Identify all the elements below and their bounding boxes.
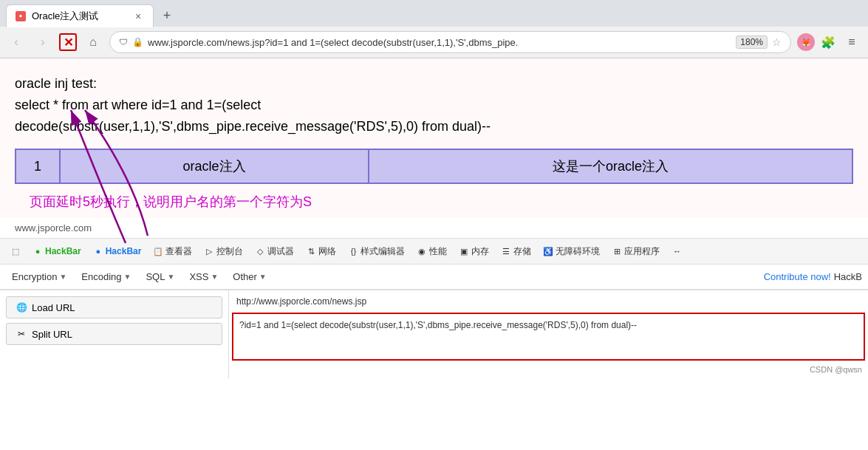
address-bar[interactable]: 🛡 🔒 www.jsporcle.com/news.jsp?id=1 and 1… <box>109 31 791 53</box>
split-url-label: Split URL <box>32 329 72 340</box>
devtools-item-network[interactable]: ⇅ 网络 <box>301 243 341 260</box>
menu-button[interactable]: ≡ <box>841 32 862 52</box>
devtools-item-memory[interactable]: ▣ 内存 <box>454 243 493 260</box>
encryption-menu[interactable]: Encryption ▼ <box>6 269 72 284</box>
shield-icon: 🛡 <box>119 37 128 47</box>
page-text-line1: oracle inj test: <box>15 76 97 91</box>
devtools-network-label: 网络 <box>318 245 336 258</box>
devtools-hackbar-green-label: HackBar <box>45 246 81 256</box>
hackbar-panel: 🌐 Load URL ✂ Split URL http://www.jsporc… <box>0 290 868 378</box>
profile-avatar[interactable]: 🦊 <box>797 33 815 51</box>
split-url-icon: ✂ <box>16 328 27 340</box>
other-menu[interactable]: Other ▼ <box>227 269 272 284</box>
devtools-inspector-label: 查看器 <box>165 245 192 258</box>
data-table: 1 oracle注入 这是一个oracle注入 <box>15 149 853 184</box>
devtools-item-debugger[interactable]: ◇ 调试器 <box>250 243 298 260</box>
page-text: oracle inj test: select * from art where… <box>15 73 853 137</box>
hackbar-left-panel: 🌐 Load URL ✂ Split URL <box>0 290 229 378</box>
hackbar-right-panel: http://www.jsporcle.com/news.jsp ?id=1 a… <box>229 290 868 378</box>
console-icon: ▷ <box>204 246 214 256</box>
devtools-bar: ⬚ ● HackBar ● HackBar 📋 查看器 ▷ 控制台 ◇ 调试器 … <box>0 238 868 265</box>
xss-label: XSS <box>189 271 208 282</box>
encryption-label: Encryption <box>12 271 57 282</box>
back-button[interactable]: ‹ <box>6 32 27 52</box>
tab-bar: ● Oracle注入测试 × + <box>0 0 868 27</box>
accessibility-icon: ♿ <box>543 246 553 256</box>
network-icon: ⇅ <box>306 246 316 256</box>
devtools-console-label: 控制台 <box>216 245 243 258</box>
home-button[interactable]: ⌂ <box>83 32 103 52</box>
more-icon: ↔ <box>671 246 682 256</box>
extensions-button[interactable]: 🧩 <box>818 32 838 52</box>
devtools-item-style-editor[interactable]: {} 样式编辑器 <box>344 243 409 260</box>
devtools-item-hackbar-blue[interactable]: ● HackBar <box>89 244 146 259</box>
lock-icon: 🔒 <box>132 37 143 47</box>
load-url-label: Load URL <box>32 302 75 313</box>
hackbar-toolbar: Encryption ▼ Encoding ▼ SQL ▼ XSS ▼ Othe… <box>0 265 868 290</box>
devtools-memory-label: 内存 <box>471 245 489 258</box>
load-url-button[interactable]: 🌐 Load URL <box>6 296 222 318</box>
site-label: www.jsporcle.com <box>0 218 868 238</box>
zoom-badge[interactable]: 180% <box>736 35 768 49</box>
page-content-wrapper: oracle inj test: select * from art where… <box>0 58 868 378</box>
table-cell-name: oracle注入 <box>60 149 369 183</box>
contribute-link[interactable]: Contribute now! <box>764 271 831 282</box>
xss-dropdown-arrow: ▼ <box>211 273 218 281</box>
inspector-icon: 📋 <box>153 246 163 256</box>
cursor-icon: ⬚ <box>10 246 21 256</box>
page-text-line3: decode(substr(user,1,1),'S',dbms_pipe.re… <box>15 119 491 134</box>
tab-close-button[interactable]: × <box>132 10 144 22</box>
tab-title: Oracle注入测试 <box>32 10 126 23</box>
other-dropdown-arrow: ▼ <box>259 273 267 281</box>
annotation-text: 页面延时5秒执行，说明用户名的第一个字符为S <box>30 193 853 211</box>
devtools-item-console[interactable]: ▷ 控制台 <box>199 243 247 260</box>
forward-button[interactable]: › <box>33 32 53 52</box>
green-dot-icon: ● <box>33 246 43 256</box>
nav-bar: ‹ › ✕ ⌂ 🛡 🔒 www.jsporcle.com/news.jsp?id… <box>0 27 868 58</box>
storage-icon: ☰ <box>501 246 511 256</box>
bookmark-icon[interactable]: ☆ <box>772 36 782 48</box>
stop-reload-button[interactable]: ✕ <box>59 33 77 51</box>
devtools-item-more[interactable]: ↔ <box>667 244 686 259</box>
sql-label: SQL <box>146 271 165 282</box>
address-text: www.jsporcle.com/news.jsp?id=1 and 1=(se… <box>148 37 731 48</box>
devtools-item-hackbar-icon[interactable]: ⬚ <box>6 244 25 259</box>
load-url-icon: 🌐 <box>16 301 27 313</box>
query-input[interactable]: ?id=1 and 1=(select decode(substr(user,1… <box>232 313 865 361</box>
devtools-item-hackbar-green[interactable]: ● HackBar <box>28 244 86 259</box>
application-icon: ⊞ <box>612 246 622 256</box>
devtools-item-performance[interactable]: ◉ 性能 <box>412 243 451 260</box>
devtools-hackbar-blue-label: HackBar <box>106 246 142 256</box>
active-tab[interactable]: ● Oracle注入测试 × <box>6 4 154 27</box>
encoding-label: Encoding <box>81 271 121 282</box>
devtools-debugger-label: 调试器 <box>267 245 294 258</box>
devtools-item-inspector[interactable]: 📋 查看器 <box>148 243 197 260</box>
debugger-icon: ◇ <box>255 246 265 256</box>
devtools-item-storage[interactable]: ☰ 存储 <box>496 243 536 260</box>
devtools-item-application[interactable]: ⊞ 应用程序 <box>607 243 664 260</box>
performance-icon: ◉ <box>417 246 427 256</box>
tab-favicon: ● <box>16 11 26 21</box>
devtools-item-accessibility[interactable]: ♿ 无障碍环境 <box>539 243 604 260</box>
xss-menu[interactable]: XSS ▼ <box>183 269 224 284</box>
url-display: http://www.jsporcle.com/news.jsp <box>232 293 865 310</box>
encryption-dropdown-arrow: ▼ <box>59 273 66 281</box>
table-row: 1 oracle注入 这是一个oracle注入 <box>16 149 852 183</box>
split-url-button[interactable]: ✂ Split URL <box>6 323 222 345</box>
table-cell-desc: 这是一个oracle注入 <box>369 149 852 183</box>
sql-dropdown-arrow: ▼ <box>167 273 174 281</box>
blue-dot-icon: ● <box>93 246 103 256</box>
devtools-application-label: 应用程序 <box>624 245 660 258</box>
encoding-menu[interactable]: Encoding ▼ <box>75 269 137 284</box>
other-label: Other <box>233 271 257 282</box>
sql-menu[interactable]: SQL ▼ <box>140 269 180 284</box>
style-icon: {} <box>348 246 358 256</box>
devtools-accessibility-label: 无障碍环境 <box>556 245 600 258</box>
memory-icon: ▣ <box>459 246 469 256</box>
page-text-line2: select * from art where id=1 and 1=(sele… <box>15 98 261 112</box>
devtools-style-label: 样式编辑器 <box>360 245 405 258</box>
devtools-storage-label: 存储 <box>513 245 531 258</box>
encoding-dropdown-arrow: ▼ <box>124 273 131 281</box>
table-cell-id: 1 <box>16 149 60 183</box>
new-tab-button[interactable]: + <box>157 5 177 26</box>
